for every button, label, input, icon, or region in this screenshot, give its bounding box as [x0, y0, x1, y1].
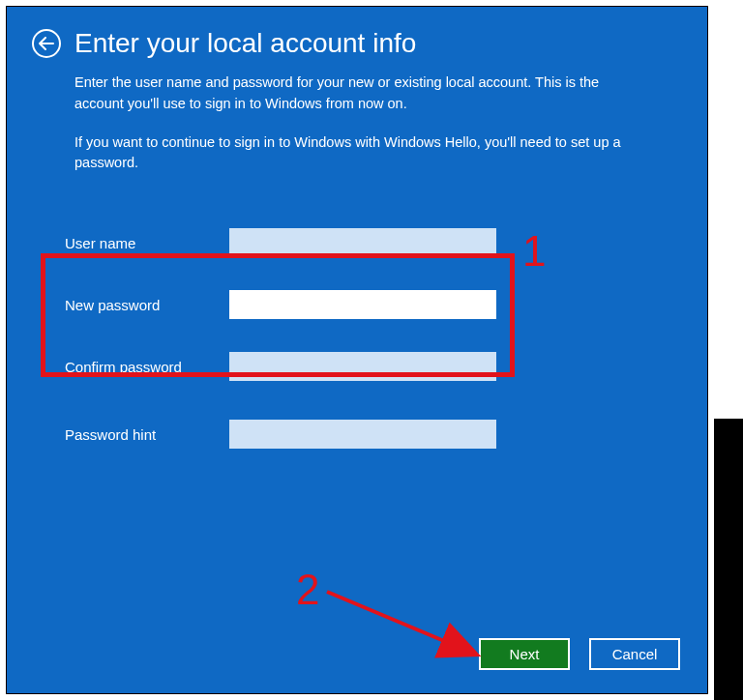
next-button[interactable]: Next	[479, 638, 570, 670]
confirm-password-label: Confirm password	[65, 359, 229, 375]
form-area: User name New password Confirm password …	[65, 212, 645, 465]
description-text-2: If you want to continue to sign in to Wi…	[74, 132, 649, 175]
black-strip	[714, 419, 743, 700]
description-block: Enter the user name and password for you…	[7, 59, 707, 174]
footer-buttons: Next Cancel	[479, 638, 680, 670]
confirm-password-input[interactable]	[229, 352, 496, 381]
password-hint-input[interactable]	[229, 420, 496, 449]
description-text-1: Enter the user name and password for you…	[74, 73, 649, 115]
username-label: User name	[65, 235, 229, 251]
username-row: User name	[65, 212, 645, 274]
back-button[interactable]	[32, 29, 61, 58]
password-hint-label: Password hint	[65, 426, 229, 443]
new-password-row: New password	[65, 274, 645, 335]
confirm-password-row: Confirm password	[65, 335, 645, 397]
new-password-input[interactable]	[229, 290, 496, 319]
password-hint-row: Password hint	[65, 403, 645, 465]
dialog-window: Enter your local account info Enter the …	[6, 6, 708, 694]
new-password-label: New password	[65, 297, 229, 313]
username-input[interactable]	[229, 228, 496, 257]
page-title: Enter your local account info	[74, 28, 416, 59]
arrow-left-icon	[39, 37, 54, 50]
cancel-button[interactable]: Cancel	[589, 638, 680, 670]
annotation-number-1: 1	[522, 227, 546, 276]
annotation-number-2: 2	[296, 566, 319, 614]
header: Enter your local account info	[7, 7, 707, 59]
